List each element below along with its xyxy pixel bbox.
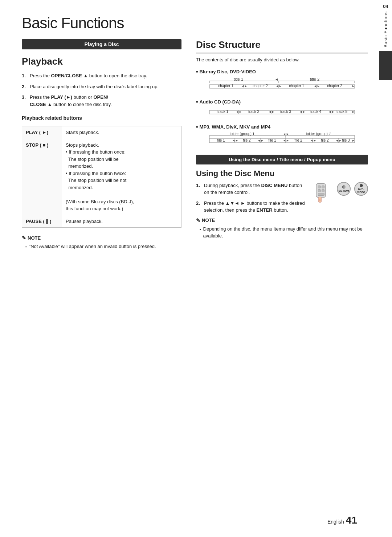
svg-text:track 2: track 2 xyxy=(248,110,259,114)
disc-note-box: ✎ NOTE Depending on the disc, the menu i… xyxy=(196,217,368,240)
svg-rect-71 xyxy=(318,186,320,188)
disc-menu-banner: Using the Disc menu / Title menu / Popup… xyxy=(196,155,368,164)
svg-rect-72 xyxy=(322,186,324,188)
svg-text:◄►: ◄► xyxy=(232,139,238,142)
table-row-stop: STOP ( ■ ) Stops playback. • If pressing… xyxy=(22,139,181,215)
disc-type-mp3: MP3, WMA, DivX, MKV and MP4 xyxy=(196,124,368,130)
svg-text:◄►: ◄► xyxy=(283,133,289,136)
svg-text:chapter 2: chapter 2 xyxy=(253,84,268,88)
mp3-svg: folder (group) 1 folder (group) 2 ◄► xyxy=(196,133,368,148)
main-content: Basic Functions Playing a Disc Playback … xyxy=(0,0,379,537)
play-bold: PLAY (►) xyxy=(51,94,72,100)
dvd-video-badge: ⊕ DVD-VIDEO xyxy=(354,182,368,196)
svg-text:►: ► xyxy=(352,139,355,142)
disc-step-2: 2. Press the ▲▼◄ ► buttons to make the d… xyxy=(196,200,306,214)
svg-text:track 1: track 1 xyxy=(217,110,228,114)
svg-text:◄►: ◄► xyxy=(268,110,275,114)
side-tab-black-bar xyxy=(379,51,392,80)
disc-structure-intro: The contents of disc are usually divided… xyxy=(196,56,368,64)
playing-disc-banner: Playing a Disc xyxy=(22,39,181,49)
disc-menu-bold: DISC MENU xyxy=(261,183,288,188)
table-row-pause: PAUSE ( ‖ ) Pauses playback. xyxy=(22,215,181,228)
bd-rom-label: BD-ROM xyxy=(339,190,349,192)
svg-text:file 2: file 2 xyxy=(294,138,302,142)
svg-rect-74 xyxy=(322,189,324,192)
left-column: Playing a Disc Playback 1. Press the OPE… xyxy=(22,39,181,252)
table-row-play: PLAY ( ►) Starts playback. xyxy=(22,126,181,139)
pencil-icon: ✎ xyxy=(22,235,26,241)
playback-heading: Playback xyxy=(22,56,181,67)
note-box: ✎ NOTE "Not Available" will appear when … xyxy=(22,235,181,250)
svg-rect-73 xyxy=(318,189,320,192)
step-3-num: 3. xyxy=(22,94,28,108)
disc-step-1: 1. During playback, press the DISC MENU … xyxy=(196,182,306,196)
svg-text:file 3: file 3 xyxy=(342,138,350,142)
pause-button-label: PAUSE ( ‖ ) xyxy=(22,215,62,228)
svg-text:◄►: ◄► xyxy=(241,84,248,88)
svg-text:▲: ▲ xyxy=(319,198,321,201)
disc-pencil-icon: ✎ xyxy=(196,217,200,223)
page-container: Basic Functions Playing a Disc Playback … xyxy=(0,0,392,537)
svg-text:◄►: ◄► xyxy=(310,139,317,142)
svg-text:track 3: track 3 xyxy=(280,110,291,114)
svg-text:track 4: track 4 xyxy=(310,110,321,114)
svg-rect-75 xyxy=(318,193,324,195)
enter-bold: ENTER xyxy=(257,207,273,213)
svg-text:title 2: title 2 xyxy=(310,77,319,81)
remote-hand-icon: ▲ xyxy=(310,182,332,205)
disc-note-title: ✎ NOTE xyxy=(196,217,368,223)
disc-type-audiocd: Audio CD (CD-DA) xyxy=(196,99,368,105)
disc-icons-row: ⊕ BD-ROM ⊕ DVD-VIDEO xyxy=(337,182,368,196)
play-button-label: PLAY ( ►) xyxy=(22,126,62,139)
svg-text:◄►: ◄► xyxy=(335,139,342,142)
step-2-num: 2. xyxy=(22,83,28,90)
using-disc-heading: Using the Disc Menu xyxy=(196,169,368,178)
svg-text:file 2: file 2 xyxy=(321,138,329,142)
step-3-text: Press the PLAY (►) button or OPEN/CLOSE … xyxy=(30,94,112,108)
step-2: 2. Place a disc gently into the tray wit… xyxy=(22,83,181,90)
svg-text:◄►: ◄► xyxy=(275,84,282,88)
svg-text:►: ► xyxy=(352,84,355,88)
bd-rom-badge: ⊕ BD-ROM xyxy=(337,182,351,196)
dvd-video-label: DVD-VIDEO xyxy=(355,188,367,194)
bluray-svg: title 1 title 2 ◄ chapter 1 chapter xyxy=(196,77,368,93)
svg-text:file 2: file 2 xyxy=(243,138,251,142)
right-column: Disc Structure The contents of disc are … xyxy=(196,39,368,252)
main-title: Basic Functions xyxy=(22,15,368,32)
disc-type-bluray: Blu-ray Disc, DVD-VIDEO xyxy=(196,69,368,75)
page-footer: English 41 xyxy=(327,514,357,526)
side-tab-number: 04 xyxy=(383,4,388,9)
svg-text:file 1: file 1 xyxy=(268,138,276,142)
svg-text:◄►: ◄► xyxy=(236,110,242,114)
step-1: 1. Press the OPEN/CLOSE ▲ button to open… xyxy=(22,72,181,80)
disc-step-1-text: During playback, press the DISC MENU but… xyxy=(204,182,306,196)
svg-text:◄►: ◄► xyxy=(299,110,306,114)
bluray-diagram: title 1 title 2 ◄ chapter 1 chapter xyxy=(196,77,368,94)
mp3-diagram: folder (group) 1 folder (group) 2 ◄► xyxy=(196,133,368,149)
note-list: "Not Available" will appear when an inva… xyxy=(22,243,181,250)
svg-text:folder (group) 2: folder (group) 2 xyxy=(306,133,331,136)
disc-step-2-text: Press the ▲▼◄ ► buttons to make the desi… xyxy=(204,200,306,214)
svg-text:file 1: file 1 xyxy=(217,138,225,142)
step-2-text: Place a disc gently into the tray with t… xyxy=(30,83,159,90)
svg-text:track 5: track 5 xyxy=(336,110,347,114)
svg-text:title 1: title 1 xyxy=(234,77,243,81)
page-number: 41 xyxy=(346,514,357,526)
step-1-text: Press the OPEN/CLOSE ▲ button to open th… xyxy=(30,72,147,80)
open-close-bold: OPEN/CLOSE ▲ xyxy=(51,73,88,78)
disc-note-item-1: Depending on the disc, the menu items ma… xyxy=(200,225,368,240)
side-tab-label: Basic Functions xyxy=(383,11,388,48)
play-description: Starts playback. xyxy=(62,126,181,139)
svg-text:chapter 1: chapter 1 xyxy=(289,84,304,88)
two-col-layout: Playing a Disc Playback 1. Press the OPE… xyxy=(22,39,368,252)
svg-text:◄: ◄ xyxy=(275,77,278,81)
svg-text:◄►: ◄► xyxy=(283,139,289,142)
svg-text:◄►: ◄► xyxy=(328,110,335,114)
stop-button-label: STOP ( ■ ) xyxy=(22,139,62,215)
sub-heading-playback: Playback related buttons xyxy=(22,115,181,122)
disc-step-1-num: 1. xyxy=(196,182,202,196)
hand-svg: ▲ xyxy=(310,182,332,204)
svg-text:◄►: ◄► xyxy=(314,84,320,88)
stop-description: Stops playback. • If pressing the button… xyxy=(62,139,181,215)
disc-structure-heading: Disc Structure xyxy=(196,39,368,53)
